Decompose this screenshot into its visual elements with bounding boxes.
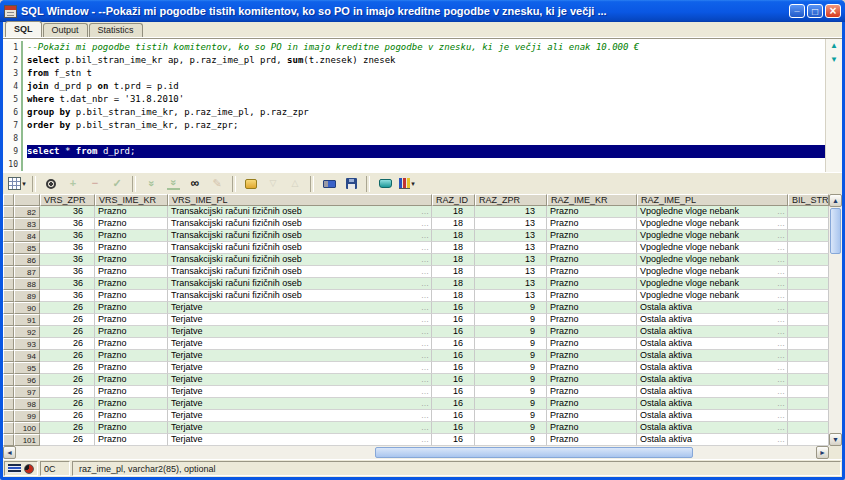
cell-vrs_ime_kr[interactable]: Prazno <box>95 230 168 242</box>
cell-ellipsis-button[interactable]: … <box>421 399 429 408</box>
grid-horizontal-scrollbar[interactable] <box>3 446 842 459</box>
cell-raz_ime_pl[interactable]: Ostala aktiva… <box>637 434 788 446</box>
cell-raz_ime_kr[interactable]: Prazno <box>547 206 637 218</box>
cell-vrs_ime_pl[interactable]: Transakcijski računi fizičnih oseb… <box>168 230 432 242</box>
cell-ellipsis-button[interactable]: … <box>421 327 429 336</box>
row-number[interactable]: 87 <box>14 266 40 278</box>
cell-raz_id[interactable]: 16 <box>432 338 475 350</box>
cell-raz_id[interactable]: 18 <box>432 266 475 278</box>
vertical-scroll-thumb[interactable] <box>830 208 841 254</box>
cell-raz_ime_pl[interactable]: Ostala aktiva… <box>637 350 788 362</box>
tab-statistics[interactable]: Statistics <box>89 23 143 37</box>
toolbar-button-grid-options[interactable] <box>7 175 27 193</box>
cell-bil_str[interactable] <box>788 302 829 314</box>
cell-vrs_ime_kr[interactable]: Prazno <box>95 206 168 218</box>
cell-vrs_ime_kr[interactable]: Prazno <box>95 386 168 398</box>
cell-vrs_zpr[interactable]: 26 <box>40 326 95 338</box>
cell-bil_str[interactable] <box>788 266 829 278</box>
cell-raz_ime_kr[interactable]: Prazno <box>547 398 637 410</box>
cell-ellipsis-button[interactable]: … <box>421 267 429 276</box>
cell-raz_ime_pl[interactable]: Ostala aktiva… <box>637 410 788 422</box>
row-indicator[interactable] <box>3 230 14 242</box>
cell-vrs_ime_kr[interactable]: Prazno <box>95 278 168 290</box>
cell-vrs_ime_pl[interactable]: Transakcijski računi fizičnih oseb… <box>168 266 432 278</box>
cell-raz_ime_pl[interactable]: Ostala aktiva… <box>637 326 788 338</box>
cell-ellipsis-button[interactable]: … <box>777 267 785 276</box>
row-indicator[interactable] <box>3 386 14 398</box>
row-number[interactable]: 92 <box>14 326 40 338</box>
cell-raz_id[interactable]: 18 <box>432 254 475 266</box>
cell-ellipsis-button[interactable]: … <box>421 363 429 372</box>
cell-vrs_zpr[interactable]: 26 <box>40 386 95 398</box>
close-button[interactable] <box>825 4 841 18</box>
scroll-up-button[interactable] <box>829 194 842 207</box>
row-indicator[interactable] <box>3 218 14 230</box>
cell-ellipsis-button[interactable]: … <box>421 255 429 264</box>
row-indicator[interactable] <box>3 314 14 326</box>
cell-ellipsis-button[interactable]: … <box>421 315 429 324</box>
cell-raz_ime_kr[interactable]: Prazno <box>547 422 637 434</box>
scroll-left-button[interactable] <box>3 446 16 459</box>
column-header-vrs_ime_pl[interactable]: VRS_IME_PL <box>168 194 432 206</box>
cell-ellipsis-button[interactable]: … <box>421 231 429 240</box>
cell-raz_id[interactable]: 16 <box>432 302 475 314</box>
cell-ellipsis-button[interactable]: … <box>777 399 785 408</box>
cell-ellipsis-button[interactable]: … <box>777 219 785 228</box>
cell-vrs_ime_pl[interactable]: Terjatve… <box>168 434 432 446</box>
cell-vrs_ime_kr[interactable]: Prazno <box>95 338 168 350</box>
cell-ellipsis-button[interactable]: … <box>777 387 785 396</box>
cell-vrs_ime_pl[interactable]: Transakcijski računi fizičnih oseb… <box>168 242 432 254</box>
row-number[interactable]: 94 <box>14 350 40 362</box>
cell-raz_id[interactable]: 16 <box>432 326 475 338</box>
maximize-button[interactable] <box>807 4 823 18</box>
column-header-raz_ime_kr[interactable]: RAZ_IME_KR <box>547 194 637 206</box>
cell-vrs_zpr[interactable]: 26 <box>40 434 95 446</box>
cell-bil_str[interactable] <box>788 386 829 398</box>
cell-vrs_ime_kr[interactable]: Prazno <box>95 266 168 278</box>
cell-raz_ime_pl[interactable]: Vpogledne vloge nebank… <box>637 254 788 266</box>
cell-raz_zpr[interactable]: 13 <box>475 218 547 230</box>
cell-ellipsis-button[interactable]: … <box>777 339 785 348</box>
cell-raz_zpr[interactable]: 13 <box>475 254 547 266</box>
cell-raz_ime_kr[interactable]: Prazno <box>547 218 637 230</box>
cell-vrs_zpr[interactable]: 26 <box>40 338 95 350</box>
cell-vrs_ime_pl[interactable]: Transakcijski računi fizičnih oseb… <box>168 254 432 266</box>
cell-raz_zpr[interactable]: 9 <box>475 374 547 386</box>
cell-ellipsis-button[interactable]: … <box>421 351 429 360</box>
editor-scrollbar[interactable] <box>825 39 842 173</box>
grid-vertical-scrollbar[interactable] <box>829 194 842 446</box>
column-header-raz_id[interactable]: RAZ_ID <box>432 194 475 206</box>
cell-ellipsis-button[interactable]: … <box>421 375 429 384</box>
cell-raz_id[interactable]: 18 <box>432 290 475 302</box>
cell-raz_ime_pl[interactable]: Ostala aktiva… <box>637 422 788 434</box>
cell-vrs_ime_kr[interactable]: Prazno <box>95 398 168 410</box>
row-number[interactable]: 99 <box>14 410 40 422</box>
cell-raz_ime_pl[interactable]: Ostala aktiva… <box>637 398 788 410</box>
cell-vrs_zpr[interactable]: 26 <box>40 350 95 362</box>
cell-bil_str[interactable] <box>788 290 829 302</box>
cell-vrs_ime_kr[interactable]: Prazno <box>95 374 168 386</box>
cell-ellipsis-button[interactable]: … <box>421 207 429 216</box>
cell-ellipsis-button[interactable]: … <box>777 351 785 360</box>
cell-vrs_zpr[interactable]: 26 <box>40 398 95 410</box>
cell-ellipsis-button[interactable]: … <box>777 375 785 384</box>
row-indicator[interactable] <box>3 338 14 350</box>
title-bar[interactable]: SQL Window - --Pokaži mi pogodbe tistih … <box>0 0 845 22</box>
cell-raz_ime_pl[interactable]: Vpogledne vloge nebank… <box>637 206 788 218</box>
cell-vrs_zpr[interactable]: 36 <box>40 206 95 218</box>
cell-raz_id[interactable]: 16 <box>432 386 475 398</box>
toolbar-button-refresh-wheel[interactable] <box>41 175 61 193</box>
cell-vrs_zpr[interactable]: 26 <box>40 302 95 314</box>
cell-ellipsis-button[interactable]: … <box>777 243 785 252</box>
scroll-right-button[interactable] <box>816 446 829 459</box>
cell-vrs_zpr[interactable]: 26 <box>40 422 95 434</box>
row-indicator[interactable] <box>3 290 14 302</box>
toolbar-button-export-data[interactable] <box>241 175 261 193</box>
cell-raz_ime_pl[interactable]: Vpogledne vloge nebank… <box>637 230 788 242</box>
cell-vrs_zpr[interactable]: 26 <box>40 314 95 326</box>
row-number[interactable]: 98 <box>14 398 40 410</box>
column-header-raz_zpr[interactable]: RAZ_ZPR <box>475 194 547 206</box>
cell-bil_str[interactable] <box>788 326 829 338</box>
cell-raz_zpr[interactable]: 9 <box>475 338 547 350</box>
cell-vrs_ime_kr[interactable]: Prazno <box>95 350 168 362</box>
